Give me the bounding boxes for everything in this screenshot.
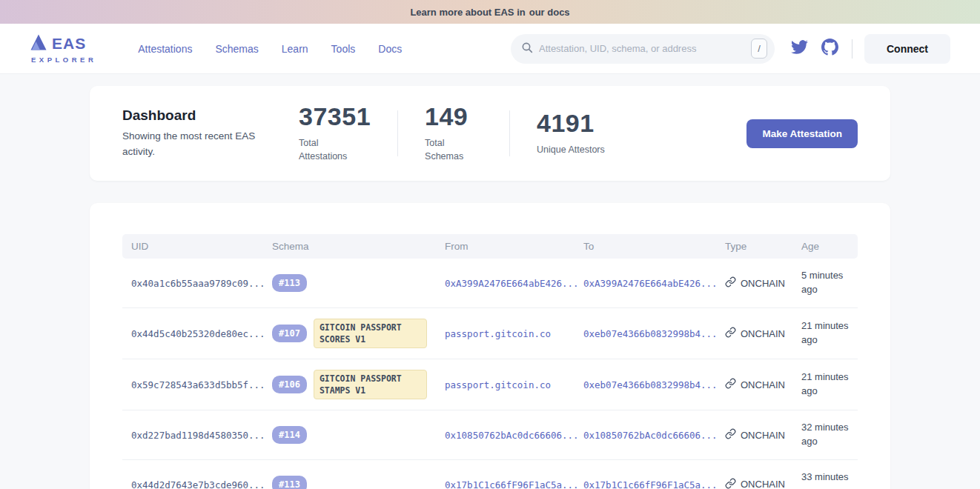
stat-total-schemas: 149 Total Schemas: [425, 104, 483, 163]
type-label: ONCHAIN: [741, 430, 785, 441]
schema-name-badge[interactable]: GITCOIN PASSPORT SCORES V1: [314, 319, 427, 348]
search-bar[interactable]: /: [511, 34, 775, 64]
to-link[interactable]: 0xA399A2476E664abE426...: [583, 278, 718, 289]
search-icon: [521, 41, 533, 56]
uid-link[interactable]: 0x44d2d7643e7b3cde960...: [131, 479, 265, 489]
banner-docs-link[interactable]: our docs: [529, 7, 570, 18]
column-header-uid: UID: [122, 234, 263, 259]
page-title: Dashboard: [122, 107, 271, 124]
app-header: EAS EXPLORER Attestations Schemas Learn …: [0, 24, 980, 74]
stat-total-attestations: 37351 Total Attestations: [299, 104, 371, 163]
logo-name: EAS: [52, 35, 86, 53]
column-header-to: To: [575, 234, 716, 259]
schema-id-badge[interactable]: #107: [272, 325, 307, 342]
stat-label: Total Attestations: [299, 136, 357, 163]
stats-group: 37351 Total Attestations 149 Total Schem…: [299, 104, 605, 163]
to-link[interactable]: 0x10850762bAc0dc66606...: [583, 430, 718, 441]
column-header-from: From: [436, 234, 575, 259]
nav-item-attestations[interactable]: Attestations: [138, 43, 192, 55]
table-row: 0x40a1c6b55aaa9789c09... #113 0xA399A247…: [122, 259, 858, 307]
type-label: ONCHAIN: [741, 328, 785, 339]
age-label: 33 minutes ago: [801, 470, 849, 489]
table-row: 0xd227bad1198d4580350... #114 0x10850762…: [122, 410, 858, 460]
header-divider: [852, 39, 852, 59]
column-header-type: Type: [716, 234, 792, 259]
schema-id-badge[interactable]: #106: [272, 376, 307, 393]
age-label: 21 minutes ago: [801, 319, 849, 347]
announcement-banner: Learn more about EAS in our docs: [0, 0, 980, 24]
eas-logo[interactable]: EAS EXPLORER: [30, 33, 96, 64]
uid-link[interactable]: 0x40a1c6b55aaa9789c09...: [131, 278, 265, 289]
uid-link[interactable]: 0xd227bad1198d4580350...: [131, 430, 265, 441]
type-label: ONCHAIN: [741, 379, 785, 390]
connect-button[interactable]: Connect: [864, 34, 950, 64]
column-header-age: Age: [792, 234, 858, 259]
nav-item-docs[interactable]: Docs: [378, 43, 402, 55]
age-label: 5 minutes ago: [801, 269, 849, 297]
from-link[interactable]: 0x17b1C1c66fF96F1aC5a...: [445, 479, 579, 489]
search-input[interactable]: [539, 43, 751, 54]
slash-shortcut-badge: /: [751, 39, 767, 59]
column-header-schema: Schema: [263, 234, 436, 259]
nav-item-learn[interactable]: Learn: [282, 43, 308, 55]
age-label: 21 minutes ago: [801, 370, 849, 399]
uid-link[interactable]: 0x44d5c40b25320de80ec...: [131, 328, 265, 339]
from-link[interactable]: 0x10850762bAc0dc66606...: [445, 430, 579, 441]
schema-id-badge[interactable]: #113: [272, 274, 307, 292]
link-icon: [725, 478, 736, 489]
schema-id-badge[interactable]: #114: [272, 426, 307, 444]
table-row: 0x44d5c40b25320de80ec... #107 GITCOIN PA…: [122, 307, 858, 359]
main-nav: Attestations Schemas Learn Tools Docs: [138, 43, 402, 55]
link-icon: [725, 378, 736, 391]
attestations-table-card: UID Schema From To Type Age 0x40a1c6b55a…: [90, 203, 890, 489]
table-header-row: UID Schema From To Type Age: [122, 234, 858, 259]
schema-id-badge[interactable]: #113: [272, 476, 307, 489]
make-attestation-button[interactable]: Make Attestation: [746, 119, 858, 148]
link-icon: [725, 428, 736, 442]
stat-unique-attestors: 4191 Unique Attestors: [537, 110, 605, 156]
type-label: ONCHAIN: [741, 278, 785, 289]
stat-value: 149: [425, 104, 483, 129]
stat-value: 37351: [299, 104, 371, 129]
type-label: ONCHAIN: [741, 479, 785, 489]
stat-label: Total Schemas: [425, 136, 483, 163]
to-link[interactable]: 0xeb07e4366b0832998b4...: [583, 328, 718, 339]
banner-text: Learn more about EAS in: [410, 7, 525, 18]
uid-link[interactable]: 0x59c728543a633d5bb5f...: [131, 379, 265, 390]
link-icon: [725, 327, 736, 340]
table-row: 0x44d2d7643e7b3cde960... #113 0x17b1C1c6…: [122, 460, 858, 489]
page-subtitle: Showing the most recent EAS activity.: [122, 129, 271, 159]
social-links: [791, 39, 838, 59]
table-row: 0x59c728543a633d5bb5f... #106 GITCOIN PA…: [122, 359, 858, 410]
from-link[interactable]: passport.gitcoin.co: [445, 379, 551, 390]
age-label: 32 minutes ago: [801, 421, 849, 449]
to-link[interactable]: 0xeb07e4366b0832998b4...: [583, 379, 718, 390]
link-icon: [725, 276, 736, 290]
stat-value: 4191: [537, 110, 605, 136]
schema-name-badge[interactable]: GITCOIN PASSPORT STAMPS V1: [314, 370, 427, 399]
nav-item-tools[interactable]: Tools: [331, 43, 356, 55]
dashboard-card: Dashboard Showing the most recent EAS ac…: [90, 86, 890, 181]
github-icon[interactable]: [821, 39, 838, 59]
nav-item-schemas[interactable]: Schemas: [215, 43, 258, 55]
stat-divider: [509, 110, 510, 156]
to-link[interactable]: 0x17b1C1c66fF96F1aC5a...: [583, 479, 718, 489]
twitter-icon[interactable]: [791, 39, 808, 59]
from-link[interactable]: 0xA399A2476E664abE426...: [445, 278, 579, 289]
logo-subtitle: EXPLORER: [31, 56, 96, 64]
attestations-table: UID Schema From To Type Age 0x40a1c6b55a…: [122, 234, 858, 489]
logo-triangle-icon: [30, 33, 47, 54]
stat-label: Unique Attestors: [537, 143, 605, 156]
from-link[interactable]: passport.gitcoin.co: [445, 328, 551, 339]
stat-divider: [397, 110, 398, 156]
